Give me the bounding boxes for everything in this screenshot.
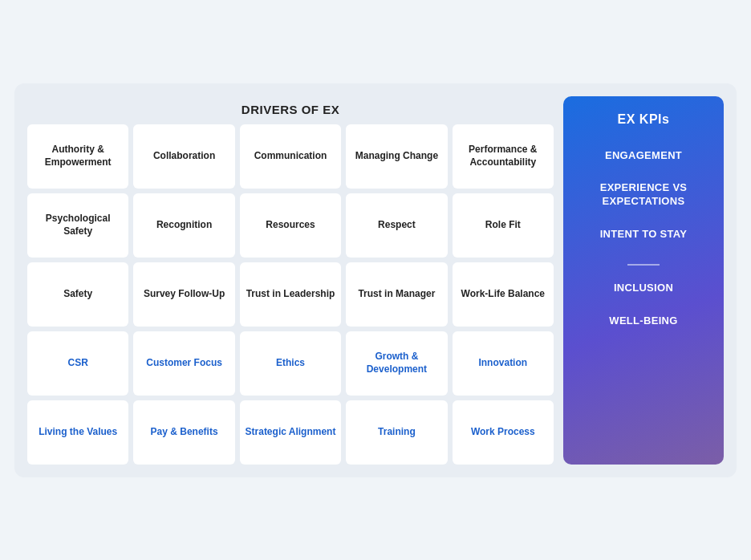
kpi-item-4: WELL-BEING bbox=[609, 314, 677, 328]
grid-cell-r2-c1: Survey Follow-Up bbox=[133, 262, 234, 327]
grid-cell-r0-c1: Collaboration bbox=[133, 124, 234, 189]
grid-cell-r2-c0: Safety bbox=[27, 262, 128, 327]
grid-cell-r4-c4: Work Process bbox=[453, 400, 554, 465]
grid-cell-r1-c0: Psychological Safety bbox=[27, 193, 128, 258]
grid-cell-r0-c2: Communication bbox=[240, 124, 341, 189]
kpi-item-1: EXPERIENCE VS EXPECTATIONS bbox=[573, 181, 714, 209]
grid-cell-r3-c3: Growth & Development bbox=[346, 331, 447, 396]
kpi-divider-2 bbox=[627, 264, 660, 266]
right-title: EX KPIs bbox=[618, 112, 670, 127]
kpi-item-3: INCLUSION bbox=[614, 282, 673, 295]
main-container: DRIVERS OF EX Authority & EmpowermentCol… bbox=[14, 83, 737, 477]
kpi-item-0: ENGAGEMENT bbox=[605, 149, 682, 163]
kpi-item-2: INTENT TO STAY bbox=[600, 228, 688, 241]
grid-cell-r2-c3: Trust in Manager bbox=[346, 262, 447, 327]
right-panel: EX KPIs ENGAGEMENTEXPERIENCE VS EXPECTAT… bbox=[563, 96, 724, 465]
grid-cell-r0-c4: Performance & Accountability bbox=[453, 124, 554, 189]
left-title: DRIVERS OF EX bbox=[27, 96, 554, 124]
grid-cell-r4-c3: Training bbox=[346, 400, 447, 465]
grid-cell-r4-c1: Pay & Benefits bbox=[133, 400, 234, 465]
left-panel: DRIVERS OF EX Authority & EmpowermentCol… bbox=[27, 96, 554, 465]
grid-cell-r2-c4: Work-Life Balance bbox=[453, 262, 554, 327]
grid-cell-r3-c0: CSR bbox=[27, 331, 128, 396]
grid-cell-r3-c4: Innovation bbox=[453, 331, 554, 396]
grid-cell-r0-c0: Authority & Empowerment bbox=[27, 124, 128, 189]
grid-cell-r2-c2: Trust in Leadership bbox=[240, 262, 341, 327]
grid-cell-r4-c2: Strategic Alignment bbox=[240, 400, 341, 465]
grid-cell-r1-c4: Role Fit bbox=[453, 193, 554, 258]
grid-cell-r1-c3: Respect bbox=[346, 193, 447, 258]
grid-cell-r1-c1: Recognition bbox=[133, 193, 234, 258]
grid-cell-r3-c2: Ethics bbox=[240, 331, 341, 396]
drivers-grid: Authority & EmpowermentCollaborationComm… bbox=[27, 124, 554, 465]
grid-cell-r1-c2: Resources bbox=[240, 193, 341, 258]
grid-cell-r0-c3: Managing Change bbox=[346, 124, 447, 189]
grid-cell-r3-c1: Customer Focus bbox=[133, 331, 234, 396]
grid-cell-r4-c0: Living the Values bbox=[27, 400, 128, 465]
